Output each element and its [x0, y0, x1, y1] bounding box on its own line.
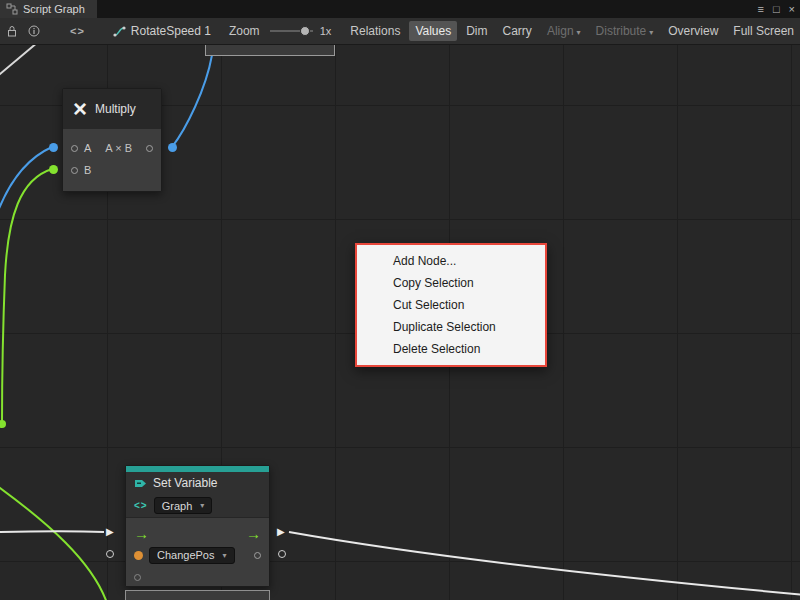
- multiply-node-title: Multiply: [95, 102, 136, 116]
- flow-in-arrow-icon[interactable]: ▶: [106, 527, 114, 537]
- set-variable-body: → → ChangePos ▾: [126, 518, 269, 586]
- zoom-slider[interactable]: [270, 30, 313, 32]
- multiply-row-a: A A × B: [63, 137, 161, 159]
- zoom-label: Zoom: [229, 24, 260, 38]
- script-graph-icon: [6, 3, 18, 15]
- wire-green-endpoint: [0, 420, 6, 428]
- external-port-left-icon[interactable]: [106, 550, 114, 558]
- menu-item-cut-selection[interactable]: Cut Selection: [357, 294, 545, 316]
- scope-value: Graph: [162, 500, 193, 512]
- port-a-icon[interactable]: [71, 145, 78, 152]
- graph-toolbar: <> RotateSpeed 1 Zoom 1x Relations Value…: [0, 18, 800, 45]
- multiply-icon: ×: [73, 97, 87, 121]
- zoom-value: 1x: [320, 25, 332, 37]
- port-b-connection-dot[interactable]: [49, 165, 58, 174]
- zoom-slider-knob[interactable]: [300, 26, 310, 36]
- fullscreen-button[interactable]: Full Screen: [727, 21, 800, 41]
- wire-white-flow-out: [289, 532, 800, 595]
- variable-value-row: ChangePos ▾: [126, 544, 269, 566]
- wire-blue-output: [172, 55, 212, 147]
- graph-asset-icon: [113, 25, 126, 38]
- set-variable-header[interactable]: Set Variable: [126, 472, 269, 494]
- code-view-icon[interactable]: <>: [70, 25, 85, 37]
- graph-canvas[interactable]: × Multiply A A × B B Add Node: [0, 45, 800, 600]
- set-variable-node[interactable]: Set Variable <> Graph ▾ → → ChangePos: [125, 465, 270, 587]
- relations-button[interactable]: Relations: [344, 21, 406, 41]
- set-variable-icon: [134, 477, 147, 490]
- wire-green-bottom: [0, 485, 107, 600]
- unity-window: Script Graph ≡ □ × <>: [0, 0, 800, 600]
- distribute-dropdown-button[interactable]: Distribute▾: [590, 21, 660, 41]
- offscreen-node-edge-bottom[interactable]: [125, 590, 270, 600]
- port-output-label: A × B: [97, 142, 140, 154]
- wire-white-flow-in: [0, 531, 104, 532]
- external-port-right-icon[interactable]: [278, 550, 286, 558]
- tab-title: Script Graph: [23, 3, 85, 15]
- port-output-connection-dot[interactable]: [168, 143, 177, 152]
- window-close-icon[interactable]: ×: [789, 4, 795, 15]
- dim-button[interactable]: Dim: [460, 21, 493, 41]
- tab-script-graph[interactable]: Script Graph: [0, 0, 97, 18]
- menu-item-duplicate-selection[interactable]: Duplicate Selection: [357, 316, 545, 338]
- menu-item-add-node[interactable]: Add Node...: [357, 250, 545, 272]
- variable-name-dropdown[interactable]: ChangePos ▾: [149, 547, 235, 564]
- overview-button[interactable]: Overview: [662, 21, 724, 41]
- values-button[interactable]: Values: [409, 21, 457, 41]
- multiply-row-b: B: [63, 159, 161, 181]
- caret-down-icon: ▾: [200, 501, 204, 510]
- value-output-port-icon[interactable]: [254, 552, 261, 559]
- flow-out-arrow-icon[interactable]: ▶: [277, 527, 285, 537]
- caret-down-icon: ▾: [223, 551, 227, 560]
- variable-port-dot[interactable]: [134, 551, 143, 560]
- port-b-icon[interactable]: [71, 167, 78, 174]
- offscreen-node-edge-top[interactable]: [205, 45, 335, 56]
- wire-white-top-left: [0, 45, 44, 79]
- scope-icon: <>: [134, 500, 148, 511]
- variable-name-value: ChangePos: [157, 549, 215, 561]
- menu-item-delete-selection[interactable]: Delete Selection: [357, 338, 545, 360]
- port-a-connection-dot[interactable]: [49, 143, 58, 152]
- align-dropdown-button[interactable]: Align▾: [541, 21, 587, 41]
- menu-item-copy-selection[interactable]: Copy Selection: [357, 272, 545, 294]
- flow-row: → →: [126, 522, 269, 544]
- titlebar: Script Graph ≡ □ ×: [0, 0, 800, 18]
- window-maximize-icon[interactable]: □: [773, 4, 780, 15]
- wire-blue-input: [0, 147, 52, 211]
- variable-scope-dropdown[interactable]: Graph ▾: [154, 497, 213, 514]
- wire-green-left: [2, 169, 52, 423]
- context-menu: Add Node... Copy Selection Cut Selection…: [355, 243, 547, 367]
- set-variable-subheader: <> Graph ▾: [126, 494, 269, 518]
- lock-icon[interactable]: [6, 25, 18, 37]
- caret-down-icon: ▾: [577, 28, 581, 37]
- window-controls: ≡ □ ×: [757, 0, 795, 18]
- carry-button[interactable]: Carry: [497, 21, 538, 41]
- flow-output-icon[interactable]: →: [246, 526, 261, 541]
- caret-down-icon: ▾: [649, 28, 653, 37]
- multiply-node-body: A A × B B: [63, 129, 161, 191]
- multiply-node[interactable]: × Multiply A A × B B: [62, 88, 162, 192]
- port-b-label: B: [84, 164, 91, 176]
- extra-port-row: [126, 566, 269, 588]
- input-port-icon[interactable]: [134, 574, 141, 581]
- port-output-icon[interactable]: [146, 145, 153, 152]
- graph-breadcrumb[interactable]: RotateSpeed 1: [113, 24, 211, 38]
- port-a-label: A: [84, 142, 91, 154]
- multiply-node-header[interactable]: × Multiply: [63, 89, 161, 129]
- graph-name: RotateSpeed 1: [131, 24, 211, 38]
- flow-input-icon[interactable]: →: [134, 526, 149, 541]
- info-icon[interactable]: [28, 25, 40, 37]
- set-variable-title: Set Variable: [153, 476, 217, 490]
- window-menu-icon[interactable]: ≡: [757, 4, 763, 15]
